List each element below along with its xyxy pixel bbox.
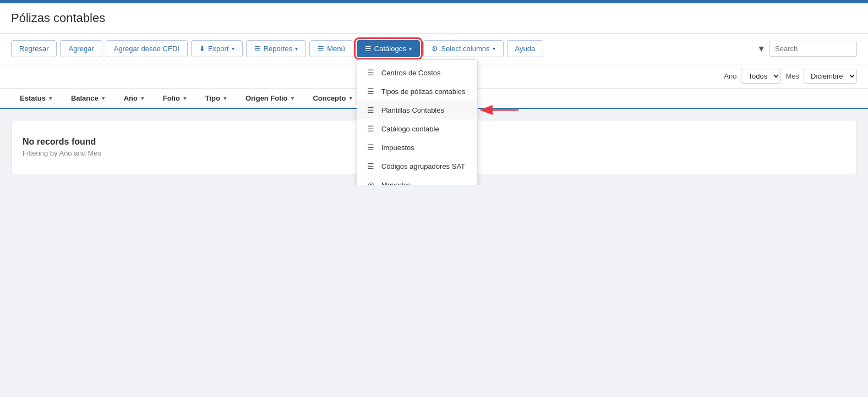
menu-item-label-1: Tipos de pólizas contables (381, 87, 466, 96)
menu-item-icon-4: ☰ (366, 143, 376, 152)
sort-icon-2: ▼ (140, 95, 145, 101)
col-header-folio[interactable]: Folio ▼ (154, 94, 196, 102)
sort-icon-6: ▼ (348, 95, 353, 101)
menu-item-label-6: Monedas (381, 181, 411, 186)
menu-item-icon-1: ☰ (366, 87, 376, 96)
col-header-año[interactable]: Año ▼ (115, 94, 154, 102)
menu-item-icon-0: ☰ (366, 68, 376, 77)
ano-filter-label: Año (724, 72, 736, 80)
menu-item-label-5: Códigos agrupadores SAT (381, 162, 465, 170)
sort-icon-5: ▼ (290, 95, 295, 101)
reportes-dropdown-arrow: ▾ (295, 46, 298, 52)
catalogos-dropdown-arrow: ▾ (409, 46, 412, 52)
mes-filter-select[interactable]: Diciembre Enero Febrero (804, 69, 857, 84)
select-columns-icon: ⚙ (432, 45, 438, 53)
menu-item-label-4: Impuestos (381, 144, 414, 152)
col-header-concepto[interactable]: Concepto ▼ (304, 94, 362, 102)
agregar-cfdi-button[interactable]: Agregar desde CFDI (106, 40, 188, 57)
ano-filter-select[interactable]: Todos 2023 2022 (741, 69, 781, 84)
menu-item-icon-3: ☰ (366, 124, 376, 133)
sort-icon-4: ▼ (222, 95, 228, 101)
menu-item-icon-6: ◎ (366, 180, 376, 185)
col-header-estatus[interactable]: Estatus ▼ (11, 94, 62, 102)
search-input[interactable] (769, 41, 857, 57)
col-header-tipo[interactable]: Tipo ▼ (196, 94, 237, 102)
col-header-origen-folio[interactable]: Origen Folio ▼ (237, 94, 304, 102)
col-header-balance[interactable]: Balance ▼ (62, 94, 115, 102)
toolbar: Regresar Agregar Agregar desde CFDI ⬇ Ex… (0, 34, 868, 64)
catalogos-icon: ☰ (365, 45, 372, 53)
catalogos-menu-item-0[interactable]: ☰Centros de Costos (357, 63, 477, 82)
sort-icon-3: ▼ (182, 95, 188, 101)
select-columns-arrow: ▾ (493, 46, 495, 52)
menu-item-icon-5: ☰ (366, 162, 376, 170)
sort-icon-0: ▼ (48, 95, 53, 101)
catalogos-dropdown-container: ☰ Catálogos ▾ ☰Centros de Costos☰Tipos d… (357, 40, 421, 57)
reportes-button[interactable]: ☰ Reportes ▾ (246, 40, 307, 57)
catalogos-menu-item-1[interactable]: ☰Tipos de pólizas contables (357, 82, 477, 101)
catalogos-menu-item-6[interactable]: ◎Monedas (357, 175, 477, 185)
catalogos-menu-item-5[interactable]: ☰Códigos agrupadores SAT (357, 157, 477, 175)
mes-filter-label: Mes (785, 72, 799, 80)
catalogos-menu-item-3[interactable]: ☰Catálogo contable (357, 119, 477, 138)
catalogos-menu-item-4[interactable]: ☰Impuestos (357, 138, 477, 157)
ayuda-button[interactable]: Ayuda (507, 40, 544, 57)
catalogos-menu: ☰Centros de Costos☰Tipos de pólizas cont… (357, 59, 478, 185)
menu-item-label-3: Catálogo contable (381, 125, 439, 133)
page-title: Pólizas contables (11, 11, 857, 25)
menu-icon: ☰ (318, 45, 324, 53)
toolbar-right: ▼ (757, 41, 857, 57)
page-header: Pólizas contables (0, 3, 868, 34)
menu-button[interactable]: ☰ Menú (309, 40, 353, 57)
menu-item-label-0: Centros de Costos (381, 69, 441, 77)
export-icon: ⬇ (199, 45, 205, 53)
menu-item-label-2: Plantillas Contables (381, 106, 444, 114)
sort-icon-1: ▼ (101, 95, 106, 101)
regresar-button[interactable]: Regresar (11, 40, 57, 57)
export-button[interactable]: ⬇ Export ▾ (191, 40, 243, 57)
select-columns-button[interactable]: ⚙ Select columns ▾ (423, 40, 503, 57)
filter-icon[interactable]: ▼ (757, 44, 766, 54)
catalogos-menu-item-2[interactable]: ☰Plantillas Contables (357, 101, 477, 119)
reportes-icon: ☰ (254, 45, 261, 53)
agregar-button[interactable]: Agregar (60, 40, 102, 57)
menu-item-icon-2: ☰ (366, 106, 376, 114)
export-dropdown-arrow: ▾ (232, 46, 234, 52)
catalogos-button[interactable]: ☰ Catálogos ▾ (357, 40, 421, 57)
